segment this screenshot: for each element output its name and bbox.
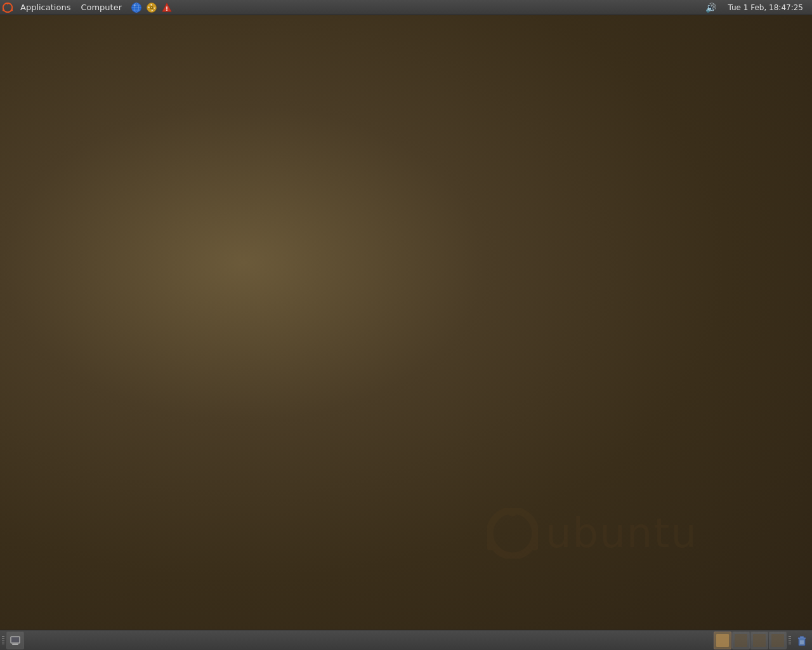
handle-line: [2, 644, 4, 644]
handle-line: [789, 640, 791, 640]
panel-left: Applications Computer: [0, 0, 176, 15]
clock[interactable]: Tue 1 Feb, 18:47:25: [721, 3, 809, 12]
desktop: ubuntu: [0, 15, 812, 635]
svg-point-18: [507, 508, 518, 517]
svg-point-13: [151, 6, 152, 8]
svg-rect-16: [166, 10, 167, 10]
handle-line: [789, 642, 791, 642]
svg-point-17: [490, 510, 535, 556]
svg-point-0: [3, 3, 12, 11]
update-manager-icon[interactable]: [145, 1, 159, 15]
volume-icon: 🔊: [705, 3, 716, 13]
volume-control[interactable]: 🔊: [703, 3, 719, 13]
trash-icon[interactable]: [793, 632, 811, 649]
workspace-4-preview: [771, 634, 784, 647]
alert-icon[interactable]: [160, 1, 174, 15]
svg-rect-22: [12, 644, 18, 645]
svg-rect-26: [800, 636, 804, 637]
handle-line: [2, 638, 4, 639]
panel-right: 🔊 Tue 1 Feb, 18:47:25: [703, 0, 812, 15]
workspace-3-preview: [753, 634, 766, 647]
workspace-3-button[interactable]: [750, 632, 768, 649]
workspace-switcher: [714, 632, 787, 649]
show-desktop-icon: [10, 635, 20, 646]
applications-menu[interactable]: Applications: [15, 0, 75, 15]
workspace-1-preview: [716, 634, 729, 647]
top-panel: Applications Computer: [0, 0, 812, 15]
bottom-right: [712, 630, 812, 650]
network-icon[interactable]: [129, 1, 143, 15]
panel-handle: [1, 632, 5, 649]
ubuntu-watermark: ubuntu: [487, 508, 698, 559]
svg-point-1: [6, 3, 8, 4]
panel-right-items: 🔊 Tue 1 Feb, 18:47:25: [703, 3, 809, 13]
bottom-left: [0, 630, 25, 650]
handle-line: [2, 636, 4, 637]
svg-rect-15: [166, 6, 167, 10]
handle-line: [789, 636, 791, 637]
handle-line: [789, 644, 791, 644]
workspace-1-button[interactable]: [714, 632, 731, 649]
handle-line: [2, 642, 4, 642]
handle-line: [789, 638, 791, 639]
computer-menu[interactable]: Computer: [75, 0, 127, 15]
workspace-2-preview: [735, 634, 747, 647]
svg-point-10: [134, 4, 136, 6]
workspace-2-button[interactable]: [732, 632, 750, 649]
panel-handle-right: [788, 632, 792, 649]
bottom-panel: [0, 630, 812, 650]
ubuntu-circle-icon: [487, 508, 538, 559]
show-desktop-button[interactable]: [6, 632, 24, 649]
svg-rect-23: [11, 637, 19, 642]
trash-svg-icon: [796, 634, 808, 647]
workspace-4-button[interactable]: [769, 632, 787, 649]
panel-icons: [127, 1, 176, 15]
handle-line: [2, 640, 4, 640]
ubuntu-logo-icon[interactable]: [0, 0, 15, 15]
